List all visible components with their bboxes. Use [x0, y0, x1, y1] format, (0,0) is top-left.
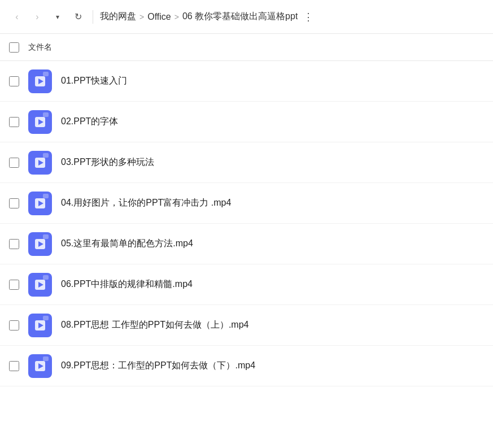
- file-checkbox[interactable]: [9, 361, 19, 371]
- list-item[interactable]: 06.PPT中排版的规律和精髓.mp4: [0, 264, 493, 305]
- file-name: 03.PPT形状的多种玩法: [61, 156, 484, 168]
- file-icon: [28, 69, 52, 93]
- back-button[interactable]: ‹: [9, 9, 25, 25]
- file-checkbox[interactable]: [9, 198, 19, 208]
- file-icon: [28, 110, 52, 134]
- nav-bar: ‹ › ▾ ↻ 我的网盘 > Office > 06 教你零基础做出高逼格ppt…: [0, 0, 493, 34]
- list-item[interactable]: 03.PPT形状的多种玩法: [0, 142, 493, 183]
- file-checkbox[interactable]: [9, 76, 19, 86]
- filename-column-header: 文件名: [28, 42, 52, 53]
- list-item[interactable]: 04.用好图片，让你的PPT富有冲击力 .mp4: [0, 183, 493, 224]
- play-icon: [35, 280, 45, 290]
- nav-divider: [93, 10, 93, 24]
- play-icon: [35, 158, 45, 168]
- breadcrumb-root[interactable]: 我的网盘: [100, 11, 136, 23]
- breadcrumb-folder2: 06 教你零基础做出高逼格ppt: [182, 11, 298, 23]
- file-icon: [28, 314, 52, 337]
- forward-icon: ›: [36, 12, 38, 22]
- file-icon: [28, 192, 52, 215]
- file-name: 08.PPT思想 工作型的PPT如何去做（上）.mp4: [61, 319, 484, 331]
- file-icon: [28, 151, 52, 175]
- list-item[interactable]: 01.PPT快速入门: [0, 61, 493, 102]
- file-list: 01.PPT快速入门 02.PPT的字体 03.PPT形状的多种玩法 04.用好…: [0, 61, 493, 386]
- play-icon: [35, 117, 45, 127]
- list-item[interactable]: 02.PPT的字体: [0, 102, 493, 142]
- forward-button[interactable]: ›: [29, 9, 45, 25]
- file-name: 06.PPT中排版的规律和精髓.mp4: [61, 279, 484, 290]
- file-checkbox[interactable]: [9, 320, 19, 330]
- file-name: 04.用好图片，让你的PPT富有冲击力 .mp4: [61, 197, 484, 209]
- breadcrumb-sep-1: >: [139, 12, 144, 21]
- breadcrumb-more[interactable]: ⋮: [303, 11, 313, 23]
- refresh-button[interactable]: ↻: [70, 9, 86, 25]
- select-all-checkbox[interactable]: [9, 42, 19, 53]
- dropdown-icon: ▾: [56, 13, 59, 21]
- list-item[interactable]: 05.这里有最简单的配色方法.mp4: [0, 224, 493, 264]
- list-item[interactable]: 08.PPT思想 工作型的PPT如何去做（上）.mp4: [0, 305, 493, 346]
- dropdown-button[interactable]: ▾: [50, 9, 66, 25]
- breadcrumb-folder1[interactable]: Office: [147, 12, 171, 22]
- breadcrumb-sep-2: >: [174, 12, 179, 21]
- play-icon: [35, 76, 45, 86]
- play-icon: [35, 239, 45, 249]
- play-icon: [35, 361, 45, 371]
- file-checkbox[interactable]: [9, 239, 19, 249]
- file-checkbox[interactable]: [9, 280, 19, 290]
- play-icon: [35, 198, 45, 208]
- breadcrumb: 我的网盘 > Office > 06 教你零基础做出高逼格ppt ⋮: [100, 11, 313, 23]
- file-icon: [28, 273, 52, 297]
- file-list-header: 文件名: [0, 34, 493, 61]
- file-name: 05.这里有最简单的配色方法.mp4: [61, 238, 484, 250]
- file-name: 09.PPT思想：工作型的PPT如何去做（下）.mp4: [61, 360, 484, 372]
- list-item[interactable]: 09.PPT思想：工作型的PPT如何去做（下）.mp4: [0, 346, 493, 386]
- refresh-icon: ↻: [75, 11, 82, 22]
- file-icon: [28, 232, 52, 256]
- play-icon: [35, 320, 45, 330]
- file-name: 01.PPT快速入门: [61, 75, 484, 87]
- back-icon: ‹: [15, 12, 18, 22]
- file-checkbox[interactable]: [9, 117, 19, 127]
- file-name: 02.PPT的字体: [61, 116, 484, 128]
- file-icon: [28, 354, 52, 378]
- file-checkbox[interactable]: [9, 158, 19, 168]
